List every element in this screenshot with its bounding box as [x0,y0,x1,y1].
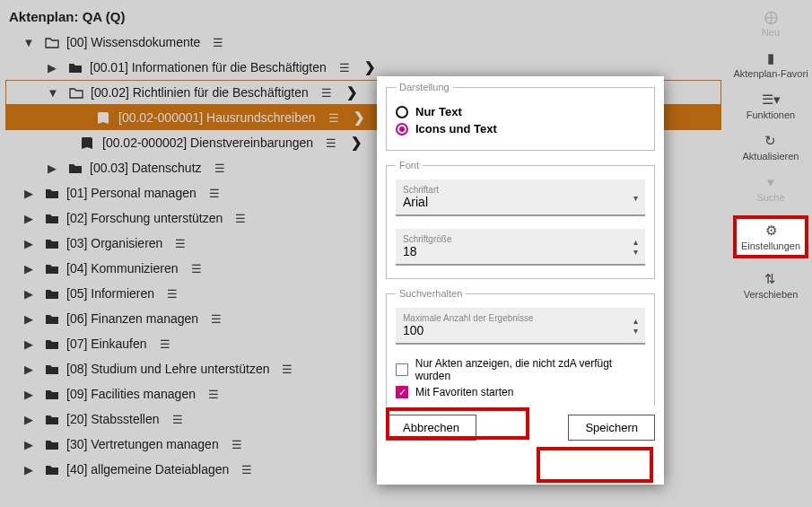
radio-label: Icons und Text [415,122,497,135]
action-label: Aktualisieren [743,151,799,162]
hamburger-icon[interactable]: ☰ [208,388,219,401]
action-neu[interactable]: ⨁ Neu [762,9,780,38]
folder-icon [45,313,61,325]
fieldset-font: Font Schriftart Arial ▾ Schriftgröße 18 … [386,160,655,279]
side-actions: ⨁ Neu ▮ Aktenplan-Favori ☰▾ Funktionen ↻… [729,9,812,300]
stepper-icon[interactable]: ▴▾ [633,237,638,257]
chevron-right-icon[interactable]: ▶ [18,212,39,225]
hamburger-icon[interactable]: ☰ [209,187,220,200]
action-favoriten[interactable]: ▮ Aktenplan-Favori [733,50,808,79]
chevron-right-icon[interactable]: ▶ [18,363,39,376]
fieldset-darstellung: Darstellung Nur Text Icons und Text [386,82,655,151]
action-label: Suche [756,192,784,203]
hamburger-icon[interactable]: ☰ [282,363,292,376]
legend: Darstellung [396,82,453,92]
checkbox-nur-akten[interactable]: Nur Akten anzeigen, die nicht zdA verfüg… [396,357,645,382]
radio-icons-und-text[interactable]: Icons und Text [396,122,645,135]
stepper-icon[interactable]: ▴▾ [633,316,638,336]
action-einstellungen[interactable]: ⚙ Einstellungen [733,215,808,258]
hamburger-icon[interactable]: ☰ [191,262,202,275]
caret-down-icon: ▾ [633,192,638,202]
tree-label: [02] Forschung unterstützen [66,211,223,225]
cancel-button[interactable]: Abbrechen [386,415,476,441]
folder-outline-icon [45,37,61,48]
field-label: Schriftart [403,185,638,195]
hamburger-icon[interactable]: ☰ [160,337,170,351]
action-verschieben[interactable]: ⇅ Verschieben [744,271,799,300]
chevron-right-icon[interactable]: ▶ [18,337,39,351]
hamburger-icon[interactable]: ☰ [211,312,222,326]
filter-icon: ▾ [767,174,774,190]
tree-label: [00.02] Richtlinien für die Beschäftigte… [91,85,309,100]
checkbox-mit-favoriten[interactable]: ✓ Mit Favoriten starten [396,386,645,398]
chevron-down-icon[interactable]: ▼ [42,86,64,100]
folder-outline-icon [69,87,85,99]
refresh-icon: ↻ [764,133,776,149]
folder-icon [45,263,61,275]
chevron-right-icon[interactable]: ▶ [18,388,39,401]
hamburger-icon[interactable]: ☰ [241,463,252,476]
hamburger-icon[interactable]: ☰ [167,287,178,301]
tree-label: [40] allgemeine Dateiablagen [66,462,229,476]
arrow-right-icon[interactable]: ❯ [346,84,358,101]
tree-label: [00] Wissensdokumente [66,35,200,49]
action-label: Aktenplan-Favori [733,68,808,79]
folder-icon [45,414,61,425]
tree-row[interactable]: ▼ [00] Wissensdokumente ☰ [5,30,727,55]
chevron-right-icon[interactable]: ▶ [18,262,39,275]
folder-icon [45,389,61,400]
folder-icon [45,464,61,476]
action-suche[interactable]: ▾ Suche [756,174,784,203]
folder-icon [45,238,61,249]
arrow-right-icon[interactable]: ❯ [351,135,362,151]
folder-icon [45,439,61,450]
chevron-right-icon[interactable]: ▶ [18,237,39,250]
chevron-right-icon[interactable]: ▶ [18,413,39,426]
field-value: 100 [403,323,638,337]
tree-label: [08] Studium und Lehre unterstützen [66,362,269,376]
save-button[interactable]: Speichern [568,415,655,441]
radio-nur-text[interactable]: Nur Text [396,105,645,118]
field-label: Schriftgröße [403,234,638,244]
max-ergebnisse-input[interactable]: Maximale Anzahl der Ergebnisse 100 ▴▾ [396,308,645,345]
tree-label: [03] Organisieren [66,236,162,250]
hamburger-icon[interactable]: ☰ [321,86,332,100]
tree-label: [06] Finanzen managen [66,311,198,326]
hamburger-icon[interactable]: ☰ [214,162,225,175]
chevron-right-icon[interactable]: ▶ [18,287,39,301]
arrow-right-icon[interactable]: ❯ [354,109,365,126]
chevron-down-icon[interactable]: ▼ [18,36,39,49]
tree-label: [00.03] Datenschutz [90,161,202,175]
page-title: Aktenplan: QA (Q) [5,7,727,30]
chevron-right-icon[interactable]: ▶ [18,187,39,200]
chevron-right-icon[interactable]: ▶ [41,61,63,74]
field-value: Arial [403,195,638,209]
chevron-right-icon[interactable]: ▶ [18,463,39,476]
dialog-buttons: Abbrechen Speichern [386,415,655,441]
fieldset-suchverhalten: Suchverhalten Maximale Anzahl der Ergebn… [386,288,655,406]
book-icon [97,111,113,125]
bookmark-icon: ▮ [767,50,774,66]
hamburger-icon[interactable]: ☰ [172,413,183,426]
schriftart-select[interactable]: Schriftart Arial ▾ [396,179,645,216]
hamburger-icon[interactable]: ☰ [326,136,336,150]
chevron-right-icon[interactable]: ▶ [41,162,63,175]
hamburger-icon[interactable]: ☰ [213,36,223,49]
list-icon: ☰▾ [762,92,781,108]
checkbox-label: Nur Akten anzeigen, die nicht zdA verfüg… [415,357,645,382]
action-label: Funktionen [747,109,795,120]
schriftgroesse-input[interactable]: Schriftgröße 18 ▴▾ [396,229,645,266]
hamburger-icon[interactable]: ☰ [235,212,246,225]
hamburger-icon[interactable]: ☰ [339,61,350,74]
hamburger-icon[interactable]: ☰ [328,111,339,125]
tree-label: [09] Facilities managen [66,387,196,401]
hamburger-icon[interactable]: ☰ [175,237,186,250]
folder-icon [68,162,84,174]
action-funktionen[interactable]: ☰▾ Funktionen [747,92,795,120]
chevron-right-icon[interactable]: ▶ [18,312,39,326]
radio-icon [396,123,408,135]
chevron-right-icon[interactable]: ▶ [18,438,39,451]
arrow-right-icon[interactable]: ❯ [364,59,376,75]
action-aktualisieren[interactable]: ↻ Aktualisieren [743,133,799,162]
hamburger-icon[interactable]: ☰ [231,438,242,451]
